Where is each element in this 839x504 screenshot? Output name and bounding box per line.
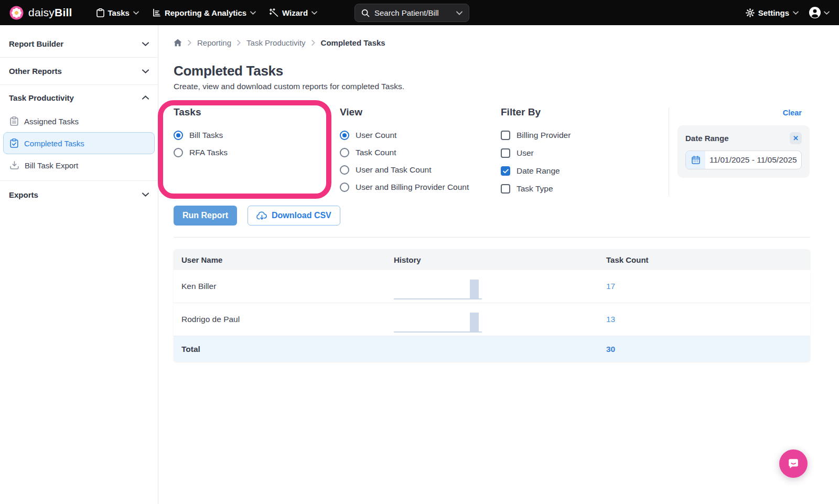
chevron-down-icon [824, 11, 830, 15]
sidebar-section-other-reports[interactable]: Other Reports [0, 58, 158, 85]
user-name-cell: Ken Biller [174, 282, 386, 291]
column-header-user-name: User Name [174, 255, 386, 264]
sparkline-bar [470, 313, 479, 331]
chevron-right-icon [311, 40, 315, 46]
filter-section-title: Filter By [501, 106, 669, 118]
main-content: Reporting Task Productivity Completed Ta… [158, 25, 839, 504]
remove-date-filter-button[interactable]: ✕ [790, 132, 802, 144]
download-csv-button[interactable]: Download CSV [248, 206, 340, 226]
chat-launcher-button[interactable] [779, 449, 808, 478]
clipboard-check-icon [10, 138, 18, 148]
cloud-download-icon [256, 211, 267, 220]
date-range-input-group [685, 151, 802, 169]
report-config: Tasks Bill Tasks RFA Tasks View [174, 106, 839, 206]
total-label: Total [174, 345, 386, 354]
clear-filters-link[interactable]: Clear [783, 109, 810, 117]
sidebar: Report Builder Other Reports Task Produc… [0, 25, 158, 504]
checkbox-icon [501, 184, 510, 194]
history-sparkline [394, 270, 482, 303]
daisy-flower-icon [9, 6, 24, 20]
radio-task-count[interactable]: Task Count [340, 144, 501, 161]
chevron-down-icon [456, 11, 462, 15]
actions-row: Run Report Download CSV [174, 206, 839, 226]
gear-icon [746, 8, 755, 17]
tasks-section: Tasks Bill Tasks RFA Tasks [174, 106, 340, 206]
date-range-label: Date Range [685, 134, 729, 143]
history-cell [386, 270, 598, 303]
sparkline-baseline [394, 331, 482, 333]
total-count: 30 [598, 345, 810, 354]
page-subtitle: Create, view and download custom reports… [174, 81, 839, 92]
chevron-down-icon [142, 192, 149, 197]
page-title: Completed Tasks [174, 63, 839, 79]
radio-icon [340, 148, 349, 157]
filter-by-section: Filter By Billing Provider User Date Ran… [501, 106, 669, 206]
search-placeholder: Search Patient/Bill [374, 8, 439, 17]
table-row: Rodrigo de Paul 13 [174, 303, 810, 336]
checkbox-user[interactable]: User [501, 144, 669, 162]
search-patient-bill[interactable]: Search Patient/Bill [354, 4, 469, 22]
sidebar-item-assigned-tasks[interactable]: Assigned Tasks [3, 110, 155, 132]
results-table: User Name History Task Count Ken Biller … [174, 249, 810, 362]
breadcrumb-reporting[interactable]: Reporting [197, 38, 231, 47]
chevron-down-icon [142, 69, 149, 73]
chevron-right-icon [188, 40, 191, 46]
run-report-button[interactable]: Run Report [174, 206, 237, 226]
radio-selected-icon [174, 131, 183, 140]
clipboard-icon [96, 8, 104, 17]
checkbox-billing-provider[interactable]: Billing Provider [501, 126, 669, 144]
download-tray-icon [10, 161, 19, 169]
user-account-menu[interactable] [809, 7, 830, 18]
brand-text: daisyBill [28, 6, 72, 19]
history-cell [386, 303, 598, 336]
main-menus: Tasks Reporting & Analytics Wizard [83, 8, 318, 17]
radio-user-count[interactable]: User Count [340, 126, 501, 144]
chat-bubble-icon [787, 457, 800, 470]
checkbox-task-type[interactable]: Task Type [501, 180, 669, 198]
table-header-row: User Name History Task Count [174, 249, 810, 270]
radio-user-and-task-count[interactable]: User and Task Count [340, 161, 501, 178]
date-range-filter-card: Date Range ✕ [677, 125, 810, 178]
home-icon[interactable] [174, 39, 182, 47]
radio-rfa-tasks[interactable]: RFA Tasks [174, 144, 340, 161]
tasks-section-title: Tasks [174, 106, 340, 118]
clipboard-lines-icon [10, 116, 18, 126]
daisybill-logo[interactable]: daisyBill [9, 6, 72, 20]
radio-icon [174, 148, 183, 157]
sidebar-section-task-productivity[interactable]: Task Productivity [0, 85, 158, 110]
chevron-up-icon [142, 95, 149, 100]
menu-reporting-analytics[interactable]: Reporting & Analytics [153, 8, 256, 17]
radio-icon [340, 165, 349, 175]
chevron-right-icon [237, 40, 241, 46]
table-row: Ken Biller 17 [174, 270, 810, 303]
user-avatar-icon [809, 7, 821, 18]
report-chart-icon [153, 8, 161, 17]
menu-tasks[interactable]: Tasks [96, 8, 139, 17]
sidebar-item-bill-task-export[interactable]: Bill Task Export [3, 154, 155, 176]
task-count-link[interactable]: 17 [606, 282, 615, 291]
navbar-right: Settings [746, 7, 830, 18]
radio-bill-tasks[interactable]: Bill Tasks [174, 126, 340, 144]
checkbox-checked-icon [501, 166, 510, 176]
menu-wizard[interactable]: Wizard [270, 8, 317, 17]
sparkline-bar [470, 280, 479, 298]
checkbox-icon [501, 148, 510, 158]
breadcrumb-task-productivity[interactable]: Task Productivity [246, 38, 306, 47]
chevron-down-icon [250, 11, 256, 15]
calendar-icon[interactable] [686, 151, 705, 169]
sidebar-section-exports[interactable]: Exports [0, 181, 158, 208]
date-range-input[interactable] [705, 151, 801, 169]
checkbox-date-range[interactable]: Date Range [501, 162, 669, 180]
search-icon [361, 9, 370, 17]
settings-menu[interactable]: Settings [746, 8, 799, 17]
magic-wand-icon [270, 8, 278, 17]
task-count-link[interactable]: 13 [606, 315, 615, 324]
breadcrumb: Reporting Task Productivity Completed Ta… [174, 37, 839, 48]
breadcrumb-current: Completed Tasks [321, 38, 385, 47]
radio-icon [340, 183, 349, 192]
chevron-down-icon [142, 42, 149, 46]
sidebar-section-report-builder[interactable]: Report Builder [0, 30, 158, 58]
radio-user-and-billing-provider-count[interactable]: User and Billing Provider Count [340, 178, 501, 196]
chevron-down-icon [793, 11, 799, 15]
sidebar-item-completed-tasks[interactable]: Completed Tasks [3, 132, 155, 154]
